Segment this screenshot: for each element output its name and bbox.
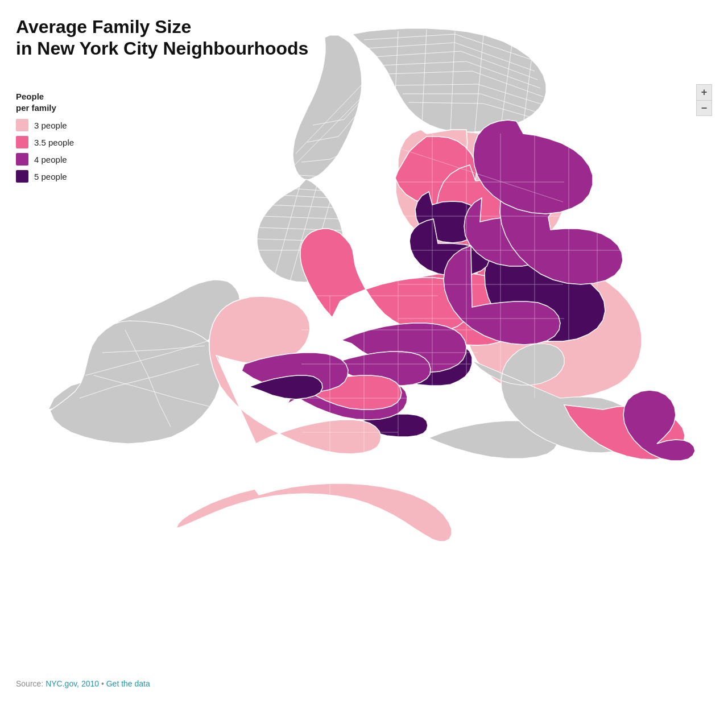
legend-item-5: 5 people xyxy=(16,170,74,183)
title-block: Average Family Size in New York City Nei… xyxy=(16,16,308,60)
source-line: Source: NYC.gov, 2010 • Get the data xyxy=(16,679,150,688)
legend-title: People per family xyxy=(16,91,74,113)
legend-label-3: 3 people xyxy=(34,121,67,130)
bronx xyxy=(353,28,546,132)
legend-item-4: 4 people xyxy=(16,153,74,166)
get-data-link[interactable]: Get the data xyxy=(106,679,150,688)
zoom-out-button[interactable]: − xyxy=(696,100,712,116)
legend-item-3: 3 people xyxy=(16,119,74,131)
source-prefix: Source: xyxy=(16,679,46,688)
legend-label-4: 4 people xyxy=(34,155,67,164)
legend-item-3-5: 3.5 people xyxy=(16,136,74,148)
source-link[interactable]: NYC.gov, 2010 xyxy=(46,679,99,688)
zoom-controls: + − xyxy=(696,84,712,116)
legend-swatch-4-people xyxy=(16,153,28,166)
legend-label-5: 5 people xyxy=(34,172,67,181)
title-line1: Average Family Size xyxy=(16,16,191,37)
title-line2: in New York City Neighbourhoods xyxy=(16,38,308,59)
legend: People per family 3 people 3.5 people 4 … xyxy=(16,91,74,187)
map-container xyxy=(0,0,728,683)
legend-swatch-5-people xyxy=(16,170,28,183)
legend-swatch-3-5-people xyxy=(16,136,28,148)
legend-swatch-3-people xyxy=(16,119,28,131)
source-separator: • xyxy=(99,679,106,688)
page-container: Average Family Size in New York City Nei… xyxy=(0,0,728,703)
zoom-in-button[interactable]: + xyxy=(696,84,712,100)
legend-label-3-5: 3.5 people xyxy=(34,138,74,147)
